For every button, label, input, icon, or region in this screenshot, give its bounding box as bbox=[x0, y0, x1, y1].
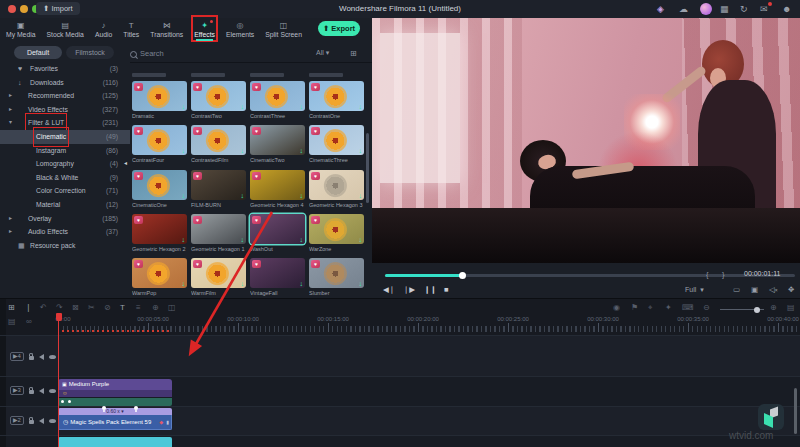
effect-thumbnail[interactable]: ♥↓ bbox=[309, 81, 364, 111]
effect-thumbnail[interactable]: ♥↓ bbox=[250, 258, 305, 288]
sidebar-item-material[interactable]: Material(12) bbox=[0, 198, 130, 212]
clip-medium-purple-emoji-strip[interactable]: ☺ bbox=[58, 390, 172, 397]
mute-track-icon[interactable] bbox=[39, 388, 44, 394]
favorite-heart-icon[interactable]: ♥ bbox=[193, 127, 202, 135]
zoom-in-icon[interactable]: ⊕ bbox=[770, 302, 777, 314]
download-effect-icon[interactable]: ↓ bbox=[359, 146, 363, 155]
favorite-heart-icon[interactable]: ♥ bbox=[193, 216, 202, 224]
mixer-route-icon[interactable]: ✦ bbox=[665, 302, 672, 314]
preview-zoom-dropdown[interactable]: Full ▾ bbox=[685, 285, 704, 295]
lock-track-icon[interactable] bbox=[29, 420, 34, 424]
favorite-heart-icon[interactable]: ♥ bbox=[193, 83, 202, 91]
tab-elements[interactable]: ◎Elements bbox=[226, 18, 254, 39]
grid-view-icon[interactable]: ⊞ bbox=[350, 49, 357, 58]
sidebar-item-favorites[interactable]: ♥Favorites(3) bbox=[0, 62, 130, 76]
stop-button[interactable]: ■ bbox=[444, 285, 449, 295]
zoom-slider-knob[interactable] bbox=[754, 307, 760, 313]
favorite-heart-icon[interactable]: ♥ bbox=[134, 172, 143, 180]
clip-cyan-partial[interactable] bbox=[58, 437, 172, 447]
favorite-heart-icon[interactable]: ♥ bbox=[134, 83, 143, 91]
undo-icon[interactable]: ↶ bbox=[40, 302, 47, 314]
audio-mixer-icon[interactable]: ≡ bbox=[136, 302, 141, 314]
playhead-flag[interactable] bbox=[56, 313, 62, 321]
favorite-heart-icon[interactable]: ♥ bbox=[311, 83, 320, 91]
effect-thumbnail[interactable]: ♥↓ bbox=[132, 81, 187, 111]
effect-thumbnail[interactable]: ♥↓ bbox=[309, 170, 364, 200]
download-effect-icon[interactable]: ↓ bbox=[359, 279, 363, 288]
speed-keyframe[interactable] bbox=[134, 406, 138, 410]
download-effect-icon[interactable]: ↓ bbox=[241, 235, 245, 244]
effect-thumbnail[interactable]: ♥↓ bbox=[191, 125, 246, 155]
sidebar-item-color-correction[interactable]: Color Correction(71) bbox=[0, 184, 130, 198]
sidebar-item-overlay[interactable]: ▸Overlay(185) bbox=[0, 212, 130, 226]
effect-thumbnail[interactable]: ♥↓ bbox=[250, 214, 305, 244]
effect-thumbnail[interactable]: ♥↓ bbox=[132, 214, 187, 244]
tab-effects[interactable]: ✦Effects bbox=[194, 18, 215, 39]
pause-button[interactable]: ❙❙ bbox=[424, 285, 437, 295]
previous-frame-button[interactable]: ◀❘ bbox=[383, 285, 395, 295]
effect-thumbnail[interactable]: ♥↓ bbox=[250, 81, 305, 111]
delete-icon[interactable]: ⊠ bbox=[72, 302, 79, 314]
sidebar-item-video-effects[interactable]: ▸Video Effects(327) bbox=[0, 103, 130, 117]
favorite-heart-icon[interactable]: ♥ bbox=[134, 127, 143, 135]
fit-timeline-icon[interactable]: ▤ bbox=[787, 302, 795, 314]
sync-icon[interactable]: ↻ bbox=[740, 3, 748, 15]
track-row-4[interactable]: ▶4 bbox=[6, 336, 800, 376]
effect-thumbnail[interactable]: ♥↓ bbox=[191, 81, 246, 111]
effect-thumbnail[interactable]: ♥↓ bbox=[250, 125, 305, 155]
mute-track-icon[interactable] bbox=[39, 418, 44, 424]
mark-in-bracket[interactable]: { bbox=[706, 270, 709, 279]
sidebar-item-black-white[interactable]: Black & White(9) bbox=[0, 171, 130, 185]
hide-track-icon[interactable] bbox=[49, 355, 56, 359]
messages-icon[interactable]: ✉ bbox=[760, 3, 768, 15]
grid-scrollbar[interactable] bbox=[366, 133, 369, 203]
cloud-icon[interactable]: ☁ bbox=[679, 3, 688, 15]
favorite-heart-icon[interactable]: ♥ bbox=[134, 216, 143, 224]
mark-out-bracket[interactable]: } bbox=[722, 270, 725, 279]
effect-thumbnail[interactable]: ♥↓ bbox=[191, 258, 246, 288]
minimize-window-button[interactable] bbox=[20, 5, 28, 13]
download-effect-icon[interactable]: ↓ bbox=[241, 146, 245, 155]
chevron-icon[interactable]: ▸ bbox=[9, 89, 12, 103]
tab-titles[interactable]: TTitles bbox=[123, 18, 139, 39]
split-icon[interactable]: ✂ bbox=[88, 302, 95, 314]
display-device-icon[interactable]: ▭ bbox=[733, 285, 740, 295]
render-preview-icon[interactable]: ◫ bbox=[168, 302, 176, 314]
shortcut-keyboard-icon[interactable]: ⌨ bbox=[682, 302, 694, 314]
download-effect-icon[interactable]: ↓ bbox=[182, 235, 186, 244]
favorite-heart-icon[interactable]: ♥ bbox=[311, 172, 320, 180]
download-effect-icon[interactable]: ↓ bbox=[241, 191, 245, 200]
favorite-heart-icon[interactable]: ◆ bbox=[159, 415, 163, 429]
favorite-heart-icon[interactable]: ♥ bbox=[252, 260, 261, 268]
effect-thumbnail[interactable]: ♥↓ bbox=[309, 125, 364, 155]
account-avatar[interactable] bbox=[700, 3, 712, 15]
hide-track-icon[interactable] bbox=[49, 419, 56, 423]
effect-thumbnail[interactable]: ♥↓ bbox=[132, 125, 187, 155]
download-effect-icon[interactable]: ↓ bbox=[300, 146, 304, 155]
collapse-panel-icon[interactable]: ◂ bbox=[124, 157, 127, 171]
clip-menu-icon[interactable]: ▮ bbox=[166, 415, 169, 429]
keyframe-dot[interactable] bbox=[68, 400, 71, 403]
mute-icon[interactable]: ◁× bbox=[769, 285, 778, 295]
favorite-heart-icon[interactable]: ♥ bbox=[134, 260, 143, 268]
chevron-icon[interactable]: ▾ bbox=[9, 116, 12, 130]
favorite-heart-icon[interactable]: ♥ bbox=[193, 260, 202, 268]
download-effect-icon[interactable]: ↓ bbox=[182, 279, 186, 288]
tab-transitions[interactable]: ⋈Transitions bbox=[150, 18, 183, 39]
sidebar-item-filter-lut[interactable]: ▾Filter & LUT(231) bbox=[0, 116, 130, 130]
sidebar-item-resource-pack[interactable]: ▦Resource pack bbox=[0, 239, 130, 253]
favorite-heart-icon[interactable]: ♥ bbox=[252, 83, 261, 91]
user-icon[interactable]: ☻ bbox=[782, 3, 791, 15]
pointer-tool-icon[interactable]: ❘ bbox=[25, 302, 32, 314]
marker-icon[interactable]: ⚑ bbox=[631, 302, 638, 314]
lock-track-icon[interactable] bbox=[29, 390, 34, 394]
clip-medium-purple[interactable]: ▣Medium Purple bbox=[58, 379, 172, 390]
favorite-heart-icon[interactable]: ♥ bbox=[311, 127, 320, 135]
favorite-heart-icon[interactable]: ♥ bbox=[252, 127, 261, 135]
search-input[interactable]: Search bbox=[140, 49, 164, 58]
upgrade-gem-icon[interactable]: ◈ bbox=[657, 3, 664, 15]
chevron-icon[interactable]: ▸ bbox=[9, 212, 12, 226]
zoom-out-icon[interactable]: ⊖ bbox=[703, 302, 710, 314]
favorite-heart-icon[interactable]: ♥ bbox=[311, 260, 320, 268]
playhead[interactable] bbox=[58, 313, 59, 447]
